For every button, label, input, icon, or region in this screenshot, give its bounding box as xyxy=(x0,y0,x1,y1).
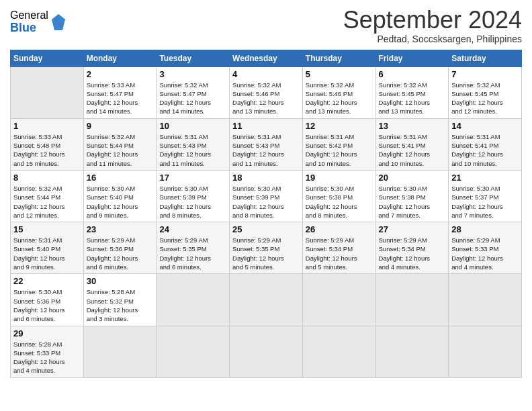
calendar-week-row: 22 Sunrise: 5:30 AM Sunset: 5:36 PM Dayl… xyxy=(11,274,522,326)
day-info: Sunrise: 5:33 AM Sunset: 5:48 PM Dayligh… xyxy=(13,132,81,168)
calendar-week-row: 2 Sunrise: 5:33 AM Sunset: 5:47 PM Dayli… xyxy=(11,66,522,118)
day-number: 30 xyxy=(87,276,154,286)
day-number: 22 xyxy=(13,276,81,286)
day-number: 10 xyxy=(159,121,226,131)
calendar-cell: 3 Sunrise: 5:32 AM Sunset: 5:47 PM Dayli… xyxy=(157,66,230,118)
day-info: Sunrise: 5:30 AM Sunset: 5:39 PM Dayligh… xyxy=(232,184,300,220)
day-info: Sunrise: 5:28 AM Sunset: 5:33 PM Dayligh… xyxy=(13,340,81,375)
day-info: Sunrise: 5:29 AM Sunset: 5:35 PM Dayligh… xyxy=(232,236,300,271)
col-header-saturday: Saturday xyxy=(449,50,522,66)
calendar-cell: 12 Sunrise: 5:31 AM Sunset: 5:42 PM Dayl… xyxy=(302,118,375,170)
calendar-cell: 4 Sunrise: 5:32 AM Sunset: 5:46 PM Dayli… xyxy=(230,66,303,118)
calendar-cell: 11 Sunrise: 5:31 AM Sunset: 5:43 PM Dayl… xyxy=(230,118,303,170)
calendar-cell: 5 Sunrise: 5:32 AM Sunset: 5:46 PM Dayli… xyxy=(302,66,375,118)
day-info: Sunrise: 5:30 AM Sunset: 5:37 PM Dayligh… xyxy=(451,184,519,220)
day-info: Sunrise: 5:30 AM Sunset: 5:39 PM Dayligh… xyxy=(159,184,226,220)
day-number: 16 xyxy=(87,173,154,183)
day-info: Sunrise: 5:32 AM Sunset: 5:44 PM Dayligh… xyxy=(87,132,154,168)
calendar-week-row: 1 Sunrise: 5:33 AM Sunset: 5:48 PM Dayli… xyxy=(11,118,522,170)
day-number: 17 xyxy=(159,173,226,183)
logo-text: General Blue xyxy=(10,9,48,34)
day-info: Sunrise: 5:32 AM Sunset: 5:47 PM Dayligh… xyxy=(159,81,226,116)
day-info: Sunrise: 5:32 AM Sunset: 5:45 PM Dayligh… xyxy=(379,81,446,116)
calendar-cell: 14 Sunrise: 5:31 AM Sunset: 5:41 PM Dayl… xyxy=(449,118,522,170)
day-info: Sunrise: 5:30 AM Sunset: 5:38 PM Dayligh… xyxy=(379,184,446,220)
day-number: 7 xyxy=(451,69,519,79)
day-number: 27 xyxy=(379,224,446,234)
day-info: Sunrise: 5:33 AM Sunset: 5:47 PM Dayligh… xyxy=(87,81,154,116)
calendar-cell xyxy=(157,274,230,326)
day-info: Sunrise: 5:32 AM Sunset: 5:46 PM Dayligh… xyxy=(306,81,373,116)
calendar-cell: 10 Sunrise: 5:31 AM Sunset: 5:43 PM Dayl… xyxy=(157,118,230,170)
calendar-cell: 18 Sunrise: 5:30 AM Sunset: 5:39 PM Dayl… xyxy=(230,170,303,222)
calendar-cell xyxy=(375,274,449,326)
location-subtitle: Pedtad, Soccsksargen, Philippines xyxy=(343,34,522,44)
day-info: Sunrise: 5:31 AM Sunset: 5:42 PM Dayligh… xyxy=(306,132,373,168)
day-info: Sunrise: 5:31 AM Sunset: 5:43 PM Dayligh… xyxy=(232,132,300,168)
day-number: 29 xyxy=(13,328,81,338)
month-title: September 2024 xyxy=(343,7,522,34)
day-info: Sunrise: 5:31 AM Sunset: 5:41 PM Dayligh… xyxy=(451,132,519,168)
calendar-cell: 25 Sunrise: 5:29 AM Sunset: 5:35 PM Dayl… xyxy=(230,222,303,274)
day-info: Sunrise: 5:29 AM Sunset: 5:34 PM Dayligh… xyxy=(379,236,446,271)
day-number: 4 xyxy=(232,69,300,79)
calendar-week-row: 15 Sunrise: 5:31 AM Sunset: 5:40 PM Dayl… xyxy=(11,222,522,274)
logo-icon xyxy=(50,13,66,32)
calendar-week-row: 8 Sunrise: 5:32 AM Sunset: 5:44 PM Dayli… xyxy=(11,170,522,222)
col-header-sunday: Sunday xyxy=(11,50,84,66)
day-info: Sunrise: 5:32 AM Sunset: 5:45 PM Dayligh… xyxy=(451,81,519,116)
day-number: 15 xyxy=(13,224,81,234)
day-number: 20 xyxy=(379,173,446,183)
calendar-cell xyxy=(83,326,157,377)
day-number: 26 xyxy=(306,224,373,234)
day-number: 19 xyxy=(306,173,373,183)
day-number: 6 xyxy=(379,69,446,79)
day-info: Sunrise: 5:32 AM Sunset: 5:46 PM Dayligh… xyxy=(232,81,300,116)
day-number: 24 xyxy=(159,224,226,234)
calendar-cell: 22 Sunrise: 5:30 AM Sunset: 5:36 PM Dayl… xyxy=(11,274,84,326)
calendar-cell: 15 Sunrise: 5:31 AM Sunset: 5:40 PM Dayl… xyxy=(11,222,84,274)
calendar-cell: 6 Sunrise: 5:32 AM Sunset: 5:45 PM Dayli… xyxy=(375,66,449,118)
calendar-cell xyxy=(157,326,230,377)
calendar-cell xyxy=(230,274,303,326)
calendar-week-row: 29 Sunrise: 5:28 AM Sunset: 5:33 PM Dayl… xyxy=(11,326,522,377)
day-info: Sunrise: 5:28 AM Sunset: 5:32 PM Dayligh… xyxy=(87,287,154,323)
day-info: Sunrise: 5:31 AM Sunset: 5:40 PM Dayligh… xyxy=(13,236,81,271)
calendar-cell: 26 Sunrise: 5:29 AM Sunset: 5:34 PM Dayl… xyxy=(302,222,375,274)
calendar-cell xyxy=(449,326,522,377)
calendar-cell xyxy=(11,66,84,118)
calendar-cell: 29 Sunrise: 5:28 AM Sunset: 5:33 PM Dayl… xyxy=(11,326,84,377)
day-number: 1 xyxy=(13,121,81,131)
col-header-tuesday: Tuesday xyxy=(157,50,230,66)
calendar-cell xyxy=(302,274,375,326)
day-info: Sunrise: 5:30 AM Sunset: 5:40 PM Dayligh… xyxy=(87,184,154,220)
day-info: Sunrise: 5:29 AM Sunset: 5:34 PM Dayligh… xyxy=(306,236,373,271)
header-row: SundayMondayTuesdayWednesdayThursdayFrid… xyxy=(11,50,522,66)
day-info: Sunrise: 5:30 AM Sunset: 5:36 PM Dayligh… xyxy=(13,287,81,323)
logo: General Blue xyxy=(10,9,66,34)
calendar-cell xyxy=(230,326,303,377)
calendar-cell: 24 Sunrise: 5:29 AM Sunset: 5:35 PM Dayl… xyxy=(157,222,230,274)
day-number: 9 xyxy=(87,121,154,131)
calendar-cell: 30 Sunrise: 5:28 AM Sunset: 5:32 PM Dayl… xyxy=(83,274,157,326)
calendar-cell xyxy=(375,326,449,377)
calendar-cell: 20 Sunrise: 5:30 AM Sunset: 5:38 PM Dayl… xyxy=(375,170,449,222)
page-header: General Blue September 2024 Pedtad, Socc… xyxy=(10,7,522,44)
day-number: 8 xyxy=(13,173,81,183)
day-number: 23 xyxy=(87,224,154,234)
day-number: 5 xyxy=(306,69,373,79)
day-number: 18 xyxy=(232,173,300,183)
day-number: 3 xyxy=(159,69,226,79)
calendar-cell: 13 Sunrise: 5:31 AM Sunset: 5:41 PM Dayl… xyxy=(375,118,449,170)
day-info: Sunrise: 5:30 AM Sunset: 5:38 PM Dayligh… xyxy=(306,184,373,220)
col-header-thursday: Thursday xyxy=(302,50,375,66)
logo-blue: Blue xyxy=(10,21,48,35)
col-header-monday: Monday xyxy=(83,50,157,66)
calendar-cell: 21 Sunrise: 5:30 AM Sunset: 5:37 PM Dayl… xyxy=(449,170,522,222)
day-info: Sunrise: 5:31 AM Sunset: 5:41 PM Dayligh… xyxy=(379,132,446,168)
day-info: Sunrise: 5:29 AM Sunset: 5:33 PM Dayligh… xyxy=(451,236,519,271)
calendar-cell xyxy=(302,326,375,377)
calendar-cell: 2 Sunrise: 5:33 AM Sunset: 5:47 PM Dayli… xyxy=(83,66,157,118)
day-number: 28 xyxy=(451,224,519,234)
calendar-cell: 8 Sunrise: 5:32 AM Sunset: 5:44 PM Dayli… xyxy=(11,170,84,222)
